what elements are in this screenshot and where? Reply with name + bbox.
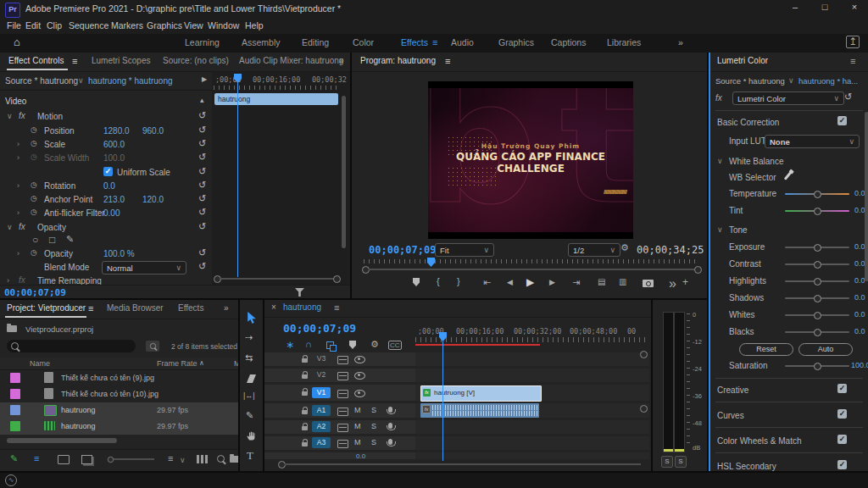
menu-edit[interactable]: Edit [25,20,41,30]
vertical-scrollbar[interactable] [865,112,868,281]
go-to-out-icon[interactable]: ⇥ [572,277,580,288]
reset-icon[interactable]: ↺ [198,166,206,177]
creative-cloud-icon[interactable]: ∿ [5,474,17,486]
tab-source-monitor[interactable]: Source: (no clips) [163,56,229,65]
panel-menu-icon[interactable]: ≡ [850,56,855,66]
menu-sequence[interactable]: Sequence [69,20,108,30]
lumetri-effect-dropdown[interactable]: Lumetri Color ∨ [732,92,844,105]
search-bin-icon[interactable] [146,341,159,352]
workspace-libraries[interactable]: Libraries [607,37,641,47]
opacity-value[interactable]: 100.0 % [103,249,135,258]
restore-button[interactable]: □ [814,2,836,12]
disclosure-icon[interactable]: › [17,181,19,190]
nest-toggle-icon[interactable]: ∗ [286,339,294,351]
tint-slider[interactable] [785,210,849,212]
icon-view-icon[interactable] [58,455,70,464]
disclosure-icon[interactable]: › [17,249,19,258]
panel-menu-icon[interactable]: ≡ [445,56,450,66]
track-header-v2[interactable]: V2 [264,369,415,382]
track-header-a1[interactable]: A1 M S [264,403,415,418]
track-badge-a1[interactable]: A1 [312,405,331,416]
chevron-down-icon[interactable]: ∨ [788,76,794,85]
menu-file[interactable]: File [7,20,21,30]
stopwatch-icon[interactable]: ◷ [31,194,37,202]
creative-checkbox[interactable]: ✓ [837,384,847,393]
chevron-down-icon[interactable]: ∨ [180,456,186,464]
zoom-scrollbar-track[interactable] [220,278,333,280]
voiceover-record-mic-icon[interactable] [388,423,392,429]
tab-overflow-icon[interactable]: » [339,56,344,65]
color-wheels-section-header[interactable]: Color Wheels & Match [717,436,801,446]
mark-out-icon[interactable]: } [457,276,460,286]
video-clip[interactable]: fx hautruong [V] [420,385,542,402]
item-name[interactable]: Thiết kế chưa có tên (9).jpg [61,374,154,382]
blend-mode-dropdown[interactable]: Normal ∨ [102,261,186,274]
mark-in-icon[interactable]: { [437,276,440,286]
scale-value[interactable]: 600.0 [103,140,125,149]
chevron-down-icon[interactable]: ∨ [7,112,13,120]
label-color-chip[interactable] [10,421,20,431]
scrubber-track[interactable] [369,269,695,270]
highlights-value[interactable]: 0.0 [854,276,865,285]
item-name[interactable]: hautruong [61,422,96,430]
freeform-view-icon[interactable] [81,455,92,464]
workspace-effects[interactable]: Effects [401,37,428,47]
shadows-slider[interactable] [785,297,849,299]
master-volume-value[interactable]: 0.0 [356,452,365,460]
anchor-x-value[interactable]: 213.0 [103,195,125,204]
opacity-effect-label[interactable]: Opacity [37,223,66,232]
lock-icon[interactable] [302,374,308,379]
add-marker-icon[interactable] [413,278,420,286]
track-badge-a3[interactable]: A3 [312,437,331,448]
item-name[interactable]: Thiết kế chưa có tên (10).jpg [61,390,159,398]
column-name[interactable]: Name [30,359,50,368]
label-color-chip[interactable] [10,373,20,383]
position-y-value[interactable]: 960.0 [142,126,164,136]
close-tab-icon[interactable]: × [271,302,276,312]
voiceover-record-mic-icon[interactable] [388,407,392,413]
workspace-menu-icon[interactable]: ≡ [432,37,437,47]
tab-program-monitor[interactable]: Program: hautruong [360,56,436,65]
saturation-slider[interactable] [785,365,849,367]
workspace-captions[interactable]: Captions [551,37,586,47]
tab-effect-controls[interactable]: Effect Controls [8,56,64,65]
project-row[interactable]: Thiết kế chưa có tên (9).jpg [0,370,238,386]
menu-help[interactable]: Help [245,20,264,30]
solo-button[interactable]: S [371,406,376,414]
track-lane-a2[interactable] [415,420,649,434]
uniform-scale-checkbox[interactable]: ✓ [103,167,113,176]
settings-wrench-icon[interactable]: ⚙ [620,242,629,253]
reset-icon[interactable]: ↺ [198,221,206,232]
more-controls-icon[interactable]: » [669,276,676,291]
tab-overflow-icon[interactable]: » [224,303,229,313]
ellipse-mask-icon[interactable]: ○ [32,234,38,246]
source-patch-icon[interactable] [337,424,348,432]
slider-knob[interactable] [814,208,821,215]
chevron-down-icon[interactable]: ∨ [7,223,13,231]
lock-icon[interactable] [302,358,308,363]
slip-tool-icon[interactable]: |↔| [243,391,255,400]
motion-effect-label[interactable]: Motion [37,112,63,121]
hsl-secondary-checkbox[interactable]: ✓ [837,460,847,469]
color-wheels-checkbox[interactable]: ✓ [837,435,847,444]
anchor-y-value[interactable]: 120.0 [142,195,164,204]
blacks-slider[interactable] [785,331,849,333]
thumbnail-zoom-slider[interactable] [114,458,154,460]
solo-button[interactable]: S [371,422,376,430]
curves-checkbox[interactable]: ✓ [837,409,847,419]
auto-button[interactable]: Auto [798,343,853,356]
track-lane-v3[interactable] [415,352,649,366]
item-name[interactable]: hautruong [61,406,96,414]
chevron-down-icon[interactable]: ∨ [78,76,84,85]
timeline-playhead-line[interactable] [442,337,443,461]
disclosure-icon[interactable]: › [17,140,19,148]
selection-tool-icon[interactable] [246,312,257,324]
track-header-v3[interactable]: V3 [264,352,415,366]
creative-section-header[interactable]: Creative [717,385,748,395]
go-to-in-icon[interactable]: ⇤ [483,277,491,288]
razor-tool-icon[interactable] [247,374,256,383]
workspace-graphics[interactable]: Graphics [498,37,534,47]
target-clip-label[interactable]: hautruong * ha... [798,76,858,86]
hand-tool-icon[interactable] [246,430,257,441]
ripple-edit-tool-icon[interactable]: ⇆ [245,352,253,363]
